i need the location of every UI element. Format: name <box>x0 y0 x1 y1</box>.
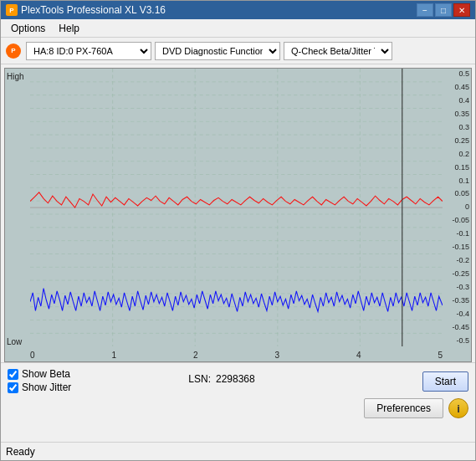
preferences-button[interactable]: Preferences <box>364 398 443 418</box>
drive-select[interactable]: HA:8 ID:0 PX-760A <box>26 42 151 60</box>
show-jitter-checkbox[interactable] <box>8 382 18 393</box>
bottom-panel: Show Beta Show Jitter LSN: 2298368 Start… <box>1 362 475 442</box>
chart-area: High Low 0.5 0.45 0.4 0.35 0.3 0.25 0.2 … <box>1 64 475 362</box>
minimize-button[interactable]: − <box>417 3 433 17</box>
title-bar: P PlexTools Professional XL V3.16 − □ ✕ <box>1 1 475 19</box>
menu-options[interactable]: Options <box>4 21 52 36</box>
main-window: P PlexTools Professional XL V3.16 − □ ✕ … <box>0 0 476 461</box>
app-icon: P <box>6 4 18 16</box>
low-label: Low <box>7 337 22 346</box>
lsn-label: LSN: <box>188 373 211 385</box>
menu-help[interactable]: Help <box>52 21 86 36</box>
start-button[interactable]: Start <box>422 371 468 392</box>
chart-svg <box>30 69 443 346</box>
window-title: PlexTools Professional XL V3.16 <box>21 4 417 16</box>
status-bar: Ready <box>1 442 475 460</box>
toolbar: P HA:8 ID:0 PX-760A DVD Diagnostic Funct… <box>1 38 475 64</box>
high-label: High <box>7 72 24 81</box>
status-text: Ready <box>6 446 35 458</box>
menu-bar: Options Help <box>1 19 475 38</box>
drive-icon: P <box>4 42 23 60</box>
maximize-button[interactable]: □ <box>435 3 452 17</box>
x-axis: 0 1 2 3 4 5 <box>30 351 443 360</box>
close-button[interactable]: ✕ <box>453 3 470 17</box>
show-beta-label: Show Beta <box>22 368 70 380</box>
info-button[interactable]: i <box>448 398 468 418</box>
checkboxes-row: Show Beta Show Jitter <box>8 368 71 393</box>
chart-container: High Low 0.5 0.45 0.4 0.35 0.3 0.25 0.2 … <box>4 68 472 362</box>
test-select[interactable]: Q-Check Beta/Jitter Test <box>284 42 392 60</box>
y-axis: 0.5 0.45 0.4 0.35 0.3 0.25 0.2 0.15 0.1 … <box>444 69 471 346</box>
lsn-value: 2298368 <box>216 373 255 385</box>
show-beta-checkbox[interactable] <box>8 369 18 380</box>
window-controls: − □ ✕ <box>417 3 470 17</box>
show-jitter-item: Show Jitter <box>8 382 71 393</box>
show-jitter-label: Show Jitter <box>22 382 71 393</box>
show-beta-item: Show Beta <box>8 368 70 380</box>
function-select[interactable]: DVD Diagnostic Functions <box>155 42 280 60</box>
